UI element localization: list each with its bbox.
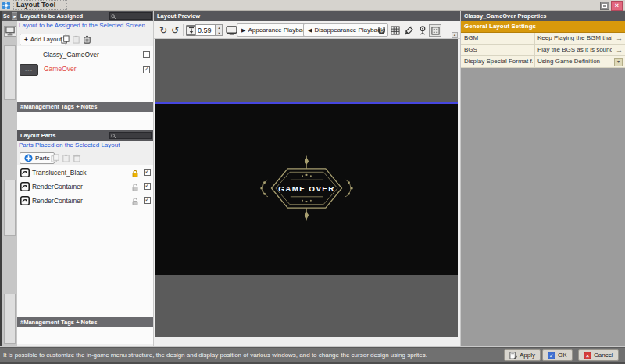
preview-viewport[interactable]: GAME OVER	[155, 39, 458, 337]
property-value: Using Game Definition	[538, 56, 612, 67]
layout-group-checkbox[interactable]	[143, 51, 150, 58]
management-tags-area[interactable]	[17, 112, 153, 130]
layout-tool-window: Layout Tool × Sc ▸ Layout to be Assigned	[0, 0, 625, 364]
layout-parts-header-label: Layout Parts	[20, 132, 55, 139]
window-title: Layout Tool	[13, 0, 67, 10]
property-row-bgm[interactable]: BGM Keep Playing the BGM that is ... →	[461, 33, 625, 45]
spin-down-icon[interactable]: ▼	[218, 31, 221, 35]
snap-magnet-icon[interactable]	[375, 24, 388, 37]
zoom-level-input[interactable]	[195, 24, 216, 36]
add-parts-label: Parts	[35, 153, 50, 163]
part-row[interactable]: RenderContainer	[17, 194, 153, 207]
layout-group-label: Classy_GameOver	[43, 48, 99, 61]
appearance-playback-label: Appearance Playback	[248, 27, 309, 34]
property-row-display-format[interactable]: Display Special Format f... Using Game D…	[461, 56, 625, 68]
layout-preview-header: Layout Preview	[154, 11, 460, 21]
pattern-frame-icon[interactable]	[429, 24, 441, 37]
close-button[interactable]: ×	[611, 1, 623, 11]
apply-button[interactable]: Apply	[504, 349, 541, 361]
cancel-button[interactable]: × Cancel	[578, 349, 619, 361]
general-layout-settings-section[interactable]: General Layout Settings	[461, 21, 625, 33]
add-parts-button[interactable]: Parts	[20, 152, 55, 164]
screen-thumbnail-icon[interactable]	[4, 26, 16, 37]
property-label: Display Special Format f...	[464, 56, 533, 67]
app-gear-icon	[2, 2, 10, 9]
layout-assigned-header-label: Layout to be Assigned	[20, 12, 83, 20]
management-tags-area[interactable]	[17, 327, 153, 344]
part-visible-checkbox[interactable]	[144, 183, 151, 190]
part-visible-checkbox[interactable]	[144, 169, 151, 176]
part-label: RenderContainer	[32, 180, 83, 193]
layout-parts-subtitle: Parts Placed on the Selected Layout	[17, 141, 120, 148]
layout-item-checkbox[interactable]	[143, 66, 150, 73]
appearance-playback-button[interactable]: ▶ Appearance Playback	[237, 23, 313, 37]
render-container-icon	[20, 195, 30, 205]
screen-list-collapsed-panel: Sc ▸	[0, 11, 17, 346]
layout-preview-panel: Layout Preview ↻ ↺ ▲▼ ▶ Appearance Playb…	[154, 11, 460, 346]
zoom-spinner[interactable]: ▲▼	[216, 24, 223, 36]
toolbar-separator	[183, 24, 184, 36]
panel-drag-handle[interactable]	[4, 180, 16, 236]
apply-label: Apply	[520, 352, 535, 359]
panel-drag-handle[interactable]	[4, 294, 16, 344]
undo-icon[interactable]: ↺	[169, 24, 181, 37]
maximize-button[interactable]	[600, 2, 609, 10]
layout-parts-header: Layout Parts	[17, 130, 153, 141]
paste-layout-icon[interactable]	[71, 34, 81, 45]
column-divider	[534, 33, 535, 44]
layout-group-row[interactable]: Classy_GameOver	[17, 48, 153, 61]
plus-icon: +	[24, 34, 28, 45]
layout-item-row[interactable]: --- GameOver	[17, 62, 153, 77]
status-bar: It is possible to customize the in-game …	[0, 347, 625, 362]
lamp-icon[interactable]	[416, 24, 429, 37]
layout-list: Classy_GameOver --- GameOver	[17, 46, 153, 102]
render-container-icon	[20, 181, 30, 191]
lock-open-icon[interactable]	[130, 182, 140, 192]
lock-open-icon[interactable]	[130, 196, 140, 206]
ok-button[interactable]: ✓ OK	[542, 349, 573, 361]
dropdown-icon[interactable]: ▾	[614, 58, 623, 66]
part-label: RenderContainer	[32, 194, 83, 207]
game-screen[interactable]: GAME OVER	[155, 102, 458, 275]
delete-layout-icon[interactable]	[82, 34, 92, 45]
game-over-emblem: GAME OVER	[254, 153, 359, 223]
screen-list-tab[interactable]: Sc ▸	[2, 11, 19, 21]
navigate-arrow-icon[interactable]: →	[616, 33, 623, 44]
redo-icon[interactable]: ↻	[157, 24, 170, 37]
parts-list: Translucent_Black RenderContainer	[17, 165, 153, 317]
preview-toolbar: ↻ ↺ ▲▼ ▶ Appearance Playback ◀ Disappear…	[154, 21, 460, 39]
part-row[interactable]: Translucent_Black	[17, 166, 153, 179]
apply-icon	[509, 352, 517, 359]
panel-drag-handle[interactable]	[4, 45, 16, 100]
monitor-icon[interactable]	[225, 24, 238, 37]
add-layout-label: Add Layout	[30, 34, 62, 45]
property-label: BGS	[464, 45, 533, 55]
cancel-x-icon: ×	[584, 352, 591, 359]
search-icon	[111, 14, 116, 20]
play-reverse-icon: ◀	[308, 27, 312, 34]
layout-parts-search-input[interactable]	[109, 132, 152, 139]
layout-thumbnail: ---	[20, 64, 38, 76]
grid-icon[interactable]	[389, 24, 402, 37]
navigate-arrow-icon[interactable]: →	[616, 45, 623, 55]
property-value: Keep Playing the BGM that is ...	[538, 33, 612, 44]
toolbar-overflow-icon[interactable]: ▲	[452, 32, 458, 38]
part-visible-checkbox[interactable]	[144, 197, 151, 204]
copy-part-icon[interactable]	[50, 153, 60, 163]
play-icon: ▶	[241, 27, 245, 34]
flashlight-icon[interactable]	[402, 24, 415, 37]
status-text: It is possible to customize the in-game …	[3, 352, 427, 359]
spin-up-icon[interactable]: ▲	[218, 26, 221, 30]
management-tags-header: #Management Tags + Notes	[17, 317, 153, 327]
layout-item-label: GameOver	[44, 62, 77, 75]
property-row-bgs[interactable]: BGS Play the BGS as it is sounding →	[461, 45, 625, 56]
delete-part-icon[interactable]	[72, 153, 82, 163]
part-row[interactable]: RenderContainer	[17, 180, 153, 193]
layout-assigned-search-input[interactable]	[109, 12, 152, 20]
layout-assigned-subtitle: Layout to be Assigned to the Selected Sc…	[17, 22, 145, 29]
copy-layout-icon[interactable]	[60, 34, 70, 45]
cancel-label: Cancel	[594, 352, 613, 359]
paste-part-icon[interactable]	[61, 153, 71, 163]
lock-closed-icon[interactable]	[130, 168, 140, 178]
plus-circle-icon	[24, 154, 33, 162]
